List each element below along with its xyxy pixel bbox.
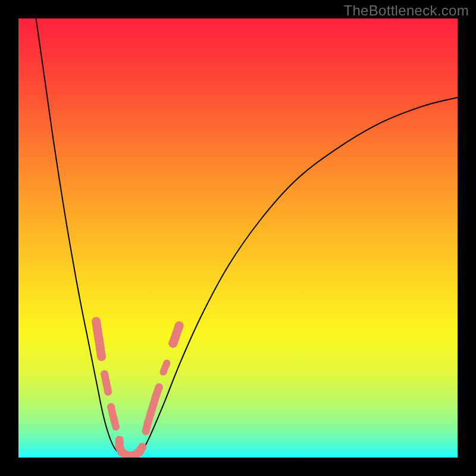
right-lower-cluster-dot-5 xyxy=(155,383,163,391)
bottleneck-curve xyxy=(36,18,458,458)
right-mid-cluster-dot-0 xyxy=(160,368,167,375)
left-lower-cluster-dot-1 xyxy=(109,410,116,417)
left-upper-cluster-dot-3 xyxy=(96,343,105,352)
right-mid-cluster-dot-1 xyxy=(164,359,171,367)
right-lower-cluster-dot-2 xyxy=(147,410,155,418)
right-lower-cluster-dot-1 xyxy=(144,418,152,426)
left-upper-cluster xyxy=(92,317,106,361)
left-lower-cluster-dot-2 xyxy=(110,416,118,424)
left-lower-cluster-dot-3 xyxy=(112,423,120,430)
left-upper-cluster-dot-4 xyxy=(97,352,106,361)
left-upper-cluster-dot-1 xyxy=(93,326,102,335)
left-mid-cluster xyxy=(101,370,112,396)
bottleneck-curve-layer xyxy=(18,18,458,458)
right-upper-cluster-dot-1 xyxy=(172,330,181,339)
right-lower-cluster-dot-3 xyxy=(149,401,157,409)
right-mid-cluster xyxy=(160,359,171,375)
left-lower-cluster-dot-0 xyxy=(107,403,115,411)
right-lower-cluster-dot-4 xyxy=(152,392,159,400)
floor-cluster xyxy=(115,437,146,458)
right-upper-cluster-dot-2 xyxy=(175,321,184,330)
right-upper-cluster xyxy=(168,321,183,347)
chart-frame xyxy=(18,18,458,458)
left-lower-cluster xyxy=(107,403,120,431)
left-upper-cluster-dot-2 xyxy=(95,334,104,343)
right-lower-cluster xyxy=(142,383,163,434)
site-watermark: TheBottleneck.com xyxy=(343,2,469,19)
floor-cluster-dot-8 xyxy=(139,443,146,451)
left-mid-cluster-dot-2 xyxy=(104,388,112,396)
right-lower-cluster-dot-0 xyxy=(142,428,149,435)
left-mid-cluster-dot-1 xyxy=(103,380,110,387)
floor-cluster-dot-0 xyxy=(116,437,123,444)
left-mid-cluster-dot-0 xyxy=(101,370,108,378)
right-upper-cluster-dot-0 xyxy=(168,339,177,348)
left-upper-cluster-dot-0 xyxy=(92,317,101,326)
